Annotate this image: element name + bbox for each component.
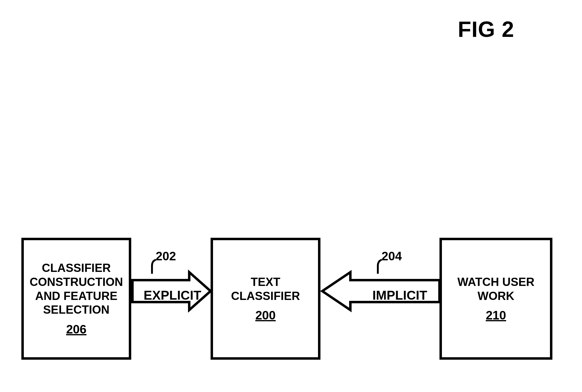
arrow-implicit-tick: [374, 258, 382, 274]
arrow-explicit-tick: [148, 258, 156, 274]
diagram-stage: CLASSIFIER CONSTRUCTION AND FEATURE SELE…: [21, 229, 559, 375]
arrow-explicit-label: EXPLICIT: [133, 288, 212, 303]
box-text-classifier: TEXT CLASSIFIER 200: [211, 238, 320, 360]
box-210-title: WATCH USER WORK: [447, 275, 544, 303]
arrow-explicit-ref: 202: [156, 249, 176, 263]
box-watch-user-work: WATCH USER WORK 210: [439, 238, 552, 360]
box-206-ref: 206: [66, 323, 87, 336]
box-classifier-construction: CLASSIFIER CONSTRUCTION AND FEATURE SELE…: [21, 238, 131, 360]
box-200-ref: 200: [255, 308, 276, 322]
box-200-title: TEXT CLASSIFIER: [219, 275, 313, 303]
box-206-title: CLASSIFIER CONSTRUCTION AND FEATURE SELE…: [29, 261, 123, 317]
arrow-implicit-label: IMPLICIT: [360, 288, 439, 303]
figure-title: FIG 2: [458, 17, 537, 42]
arrow-implicit-ref: 204: [381, 249, 402, 263]
box-210-ref: 210: [486, 308, 506, 322]
